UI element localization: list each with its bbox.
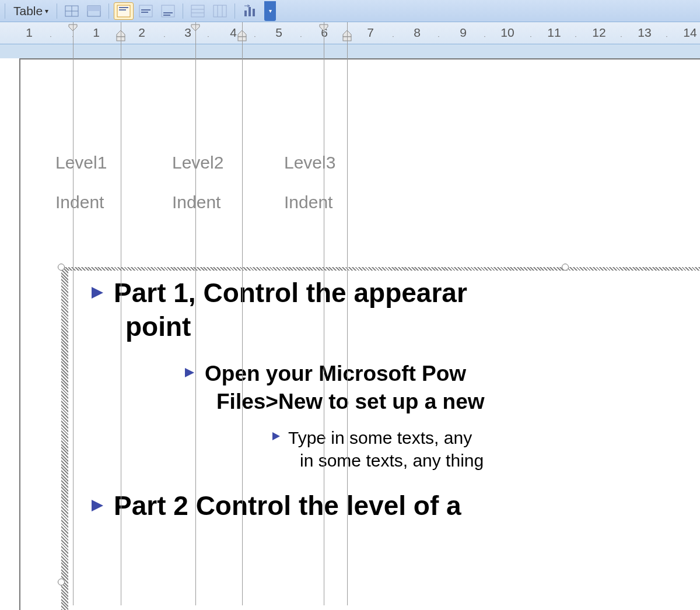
ruler-number: 5 xyxy=(275,26,282,40)
annotation-level1-sub: Indent xyxy=(55,192,104,212)
table-dropdown[interactable]: Table ▾ xyxy=(10,3,52,19)
resize-handle[interactable] xyxy=(562,264,569,271)
ruler-number: 13 xyxy=(638,26,651,40)
list-item: Part 2 Control the level of a xyxy=(92,489,700,523)
ruler[interactable]: 1 1 2 3 4 5 6 7 8 9 10 11 12 13 14 · · ·… xyxy=(0,22,700,44)
ruler-dot: · xyxy=(163,32,165,40)
toolbar-separator xyxy=(183,3,183,19)
annotation-level2-sub: Indent xyxy=(172,192,220,212)
hanging-indent-marker[interactable] xyxy=(342,30,352,44)
annotation-level3: Level3 xyxy=(284,153,335,173)
svg-marker-30 xyxy=(343,30,351,37)
list-item: Part 1, Control the appearar xyxy=(92,276,700,310)
text-placeholder[interactable]: Part 1, Control the appearar point Open … xyxy=(68,276,700,523)
slide-page: Level1 Indent Level2 Indent Level3 Inden… xyxy=(19,58,700,610)
svg-marker-28 xyxy=(238,30,246,37)
table-label: Table xyxy=(13,4,43,18)
bullet-text[interactable]: Open your Microsoft Pow xyxy=(205,360,466,388)
svg-rect-17 xyxy=(214,5,226,17)
textbox-border-top xyxy=(61,267,700,271)
bullet-icon xyxy=(92,287,103,299)
toolbar: Table ▾ ▾ xyxy=(0,0,700,22)
align-middle-icon[interactable] xyxy=(136,2,156,20)
annotation-level1: Level1 xyxy=(55,153,107,173)
ruler-dot: · xyxy=(438,32,439,40)
svg-marker-25 xyxy=(320,24,328,31)
align-top-icon[interactable] xyxy=(114,2,134,20)
ruler-number: 4 xyxy=(230,26,237,40)
ruler-number: 7 xyxy=(367,26,374,40)
toolbar-overflow-icon[interactable]: ▾ xyxy=(264,1,276,21)
ruler-dot: · xyxy=(530,32,531,40)
resize-handle[interactable] xyxy=(58,579,65,586)
bullet-text-cont[interactable]: in some texts, any thing xyxy=(300,449,700,472)
svg-rect-21 xyxy=(249,7,251,16)
svg-rect-27 xyxy=(117,37,125,41)
toolbar-separator xyxy=(57,3,57,19)
svg-marker-23 xyxy=(69,24,77,31)
hanging-indent-marker[interactable] xyxy=(237,30,247,44)
svg-rect-14 xyxy=(191,5,204,17)
chart-icon[interactable] xyxy=(240,2,260,20)
ruler-dot: · xyxy=(484,32,485,40)
distribute-cols-icon[interactable] xyxy=(210,2,230,20)
ruler-number: 1 xyxy=(93,26,100,40)
toolbar-separator xyxy=(5,3,5,19)
chevron-down-icon: ▾ xyxy=(45,7,48,15)
ruler-dot: · xyxy=(620,32,622,40)
ruler-number: 2 xyxy=(138,26,145,40)
draw-table-icon[interactable] xyxy=(62,2,82,20)
svg-rect-20 xyxy=(244,10,247,16)
ruler-dot: · xyxy=(50,32,51,40)
ruler-dot: · xyxy=(207,32,209,40)
margin-gap xyxy=(0,44,700,58)
bullet-icon xyxy=(272,432,280,440)
bullet-text[interactable]: Part 2 Control the level of a xyxy=(114,489,461,523)
ruler-dot: · xyxy=(254,32,256,40)
svg-rect-4 xyxy=(88,6,100,11)
ruler-dot: · xyxy=(300,32,302,40)
ruler-number: 9 xyxy=(460,26,467,40)
first-line-indent-marker[interactable] xyxy=(190,23,201,34)
ruler-number: 12 xyxy=(592,26,606,40)
textbox-border-left xyxy=(61,267,68,610)
svg-marker-24 xyxy=(191,24,200,31)
toolbar-separator xyxy=(108,3,109,19)
list-item: Type in some texts, any xyxy=(272,426,700,449)
svg-rect-31 xyxy=(343,37,351,41)
svg-rect-29 xyxy=(238,37,246,41)
toolbar-separator xyxy=(235,3,235,19)
ruler-dot: · xyxy=(666,32,667,40)
resize-handle[interactable] xyxy=(58,264,65,271)
bullet-text[interactable]: Part 1, Control the appearar xyxy=(114,276,467,310)
bullet-text-cont[interactable]: point xyxy=(125,310,700,344)
align-bottom-icon[interactable] xyxy=(158,2,178,20)
svg-rect-8 xyxy=(139,5,152,17)
bullet-text-cont[interactable]: Files>New to set up a new xyxy=(216,388,700,416)
annotation-level2: Level2 xyxy=(172,153,223,173)
ruler-number: 1 xyxy=(26,26,33,40)
ruler-number: 8 xyxy=(414,26,421,40)
distribute-rows-icon[interactable] xyxy=(188,2,208,20)
bullet-icon xyxy=(92,500,103,511)
bullet-text[interactable]: Type in some texts, any xyxy=(288,426,472,449)
hanging-indent-marker[interactable] xyxy=(116,30,126,44)
list-item: Open your Microsoft Pow xyxy=(185,360,700,388)
merge-cells-icon[interactable] xyxy=(84,2,104,20)
svg-rect-22 xyxy=(253,9,255,16)
first-line-indent-marker[interactable] xyxy=(318,23,329,34)
ruler-number: 11 xyxy=(547,26,561,40)
ruler-number: 14 xyxy=(683,26,696,40)
ruler-dot: · xyxy=(575,32,576,40)
annotation-level3-sub: Indent xyxy=(284,192,332,212)
svg-marker-26 xyxy=(117,30,125,37)
ruler-dot: · xyxy=(392,32,394,40)
ruler-number: 10 xyxy=(501,26,514,40)
first-line-indent-marker[interactable] xyxy=(68,23,78,34)
bullet-icon xyxy=(185,368,194,377)
